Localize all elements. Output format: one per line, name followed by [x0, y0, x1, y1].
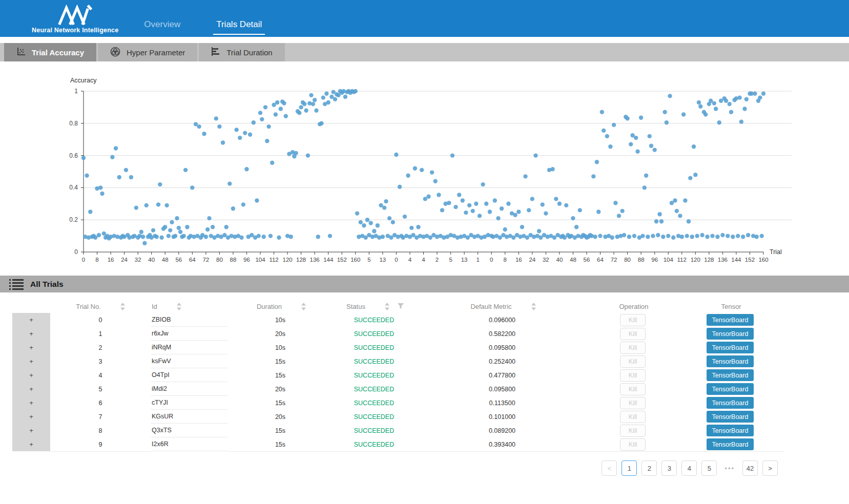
- expand-row-button[interactable]: +: [12, 424, 50, 438]
- svg-text:8: 8: [504, 257, 507, 263]
- tensorboard-button[interactable]: TensorBoard: [707, 397, 754, 409]
- svg-text:160: 160: [350, 257, 360, 263]
- kill-button[interactable]: Kill: [620, 383, 646, 395]
- scatter-point: [591, 174, 595, 178]
- expand-row-button[interactable]: +: [12, 354, 50, 369]
- page-button-2[interactable]: 2: [641, 460, 657, 476]
- scatter-point: [214, 116, 218, 120]
- duration-cell: 15s: [227, 437, 333, 452]
- scatter-point: [596, 209, 600, 214]
- scatter-point: [355, 211, 359, 215]
- filter-icon[interactable]: [398, 303, 404, 309]
- scatter-point: [714, 107, 718, 111]
- svg-text:0.4: 0.4: [69, 184, 78, 191]
- subtab-label: Hyper Parameter: [127, 48, 185, 57]
- kill-button[interactable]: Kill: [620, 425, 646, 437]
- kill-button[interactable]: Kill: [620, 314, 646, 326]
- scatter-point: [651, 234, 655, 238]
- scatter-point: [736, 234, 740, 238]
- scatter-point: [381, 235, 385, 239]
- tensorboard-button[interactable]: TensorBoard: [707, 355, 754, 367]
- sort-icon[interactable]: [301, 303, 306, 310]
- expand-column-header: [12, 300, 50, 313]
- scatter-point: [170, 220, 174, 224]
- sort-icon[interactable]: [120, 303, 125, 310]
- tensorboard-button[interactable]: TensorBoard: [707, 342, 754, 353]
- scatter-point: [217, 124, 221, 129]
- kill-button[interactable]: Kill: [620, 438, 646, 451]
- scatter-point: [255, 198, 259, 202]
- subtab-hyper-parameter[interactable]: Hyper Parameter: [98, 43, 197, 61]
- scatter-point: [117, 175, 121, 179]
- duration-cell: 20s: [227, 382, 333, 396]
- column-header-duration: Duration: [229, 300, 334, 313]
- scatter-point: [365, 218, 369, 222]
- scatter-point: [406, 174, 410, 178]
- scatter-point: [243, 131, 247, 135]
- kill-button[interactable]: Kill: [620, 328, 646, 340]
- kill-button[interactable]: Kill: [620, 411, 646, 423]
- scatter-point: [158, 182, 162, 186]
- next-page-button[interactable]: >: [762, 460, 778, 476]
- tab-overview[interactable]: Overview: [141, 17, 183, 35]
- tensorboard-button[interactable]: TensorBoard: [707, 328, 754, 340]
- scatter-point: [238, 136, 242, 140]
- status-cell: SUCCEEDED: [333, 341, 415, 355]
- kill-button[interactable]: Kill: [620, 342, 646, 354]
- svg-text:136: 136: [718, 257, 728, 263]
- page-button-1[interactable]: 1: [622, 460, 637, 476]
- svg-text:32: 32: [135, 257, 141, 263]
- tensorboard-button[interactable]: TensorBoard: [707, 369, 754, 381]
- page-button-4[interactable]: 4: [681, 460, 697, 476]
- expand-row-button[interactable]: +: [12, 313, 50, 327]
- scatter-point: [173, 234, 177, 238]
- scatter-point: [746, 233, 750, 237]
- expand-row-button[interactable]: +: [12, 382, 50, 396]
- svg-text:32: 32: [543, 257, 549, 263]
- page-button-3[interactable]: 3: [661, 460, 677, 476]
- sort-icon[interactable]: [531, 303, 536, 310]
- expand-row-button[interactable]: +: [12, 437, 50, 452]
- expand-row-button[interactable]: +: [12, 410, 50, 424]
- scatter-point: [258, 111, 262, 115]
- subtab-trial-duration[interactable]: Trial Duration: [199, 43, 284, 61]
- trial-id-cell: cTYJI: [151, 396, 227, 410]
- subtab-label: Trial Accuracy: [32, 48, 84, 57]
- tensorboard-button[interactable]: TensorBoard: [707, 438, 754, 450]
- scatter-point: [129, 175, 133, 179]
- tab-trials-detail[interactable]: Trials Detail: [213, 17, 265, 35]
- subtab-trial-accuracy[interactable]: Trial Accuracy: [4, 43, 96, 61]
- page-button-42[interactable]: 42: [742, 460, 758, 476]
- tensorboard-button[interactable]: TensorBoard: [707, 425, 754, 436]
- operation-cell: Kill: [589, 354, 676, 369]
- kill-button[interactable]: Kill: [620, 355, 646, 368]
- expand-row-button[interactable]: +: [12, 396, 50, 410]
- scatter-point: [742, 107, 747, 111]
- tensorboard-button[interactable]: TensorBoard: [707, 411, 754, 423]
- sort-icon[interactable]: [385, 303, 389, 310]
- tensorboard-button[interactable]: TensorBoard: [707, 314, 754, 326]
- subtab-label: Trial Duration: [226, 48, 272, 57]
- tensorboard-button[interactable]: TensorBoard: [707, 383, 754, 395]
- scatter-point: [665, 120, 669, 124]
- scatter-point: [359, 220, 363, 224]
- scatter-point: [177, 226, 181, 230]
- scatter-point: [231, 206, 235, 211]
- scatter-point: [326, 100, 330, 104]
- scatter-point: [376, 223, 380, 227]
- scatter-point: [639, 116, 643, 120]
- scatter-point: [266, 124, 271, 129]
- page-ellipsis[interactable]: •••: [721, 460, 738, 476]
- tensor-cell: TensorBoard: [676, 396, 784, 410]
- expand-row-button[interactable]: +: [12, 341, 50, 355]
- expand-row-button[interactable]: +: [12, 327, 50, 341]
- page-button-5[interactable]: 5: [701, 460, 717, 476]
- expand-row-button[interactable]: +: [12, 368, 50, 383]
- kill-button[interactable]: Kill: [620, 397, 646, 409]
- scatter-point: [753, 92, 757, 96]
- kill-button[interactable]: Kill: [620, 369, 646, 382]
- scatter-point: [100, 192, 104, 196]
- scatter-point: [646, 235, 650, 239]
- trial-no-cell: 7: [50, 410, 151, 424]
- sort-icon[interactable]: [177, 303, 181, 310]
